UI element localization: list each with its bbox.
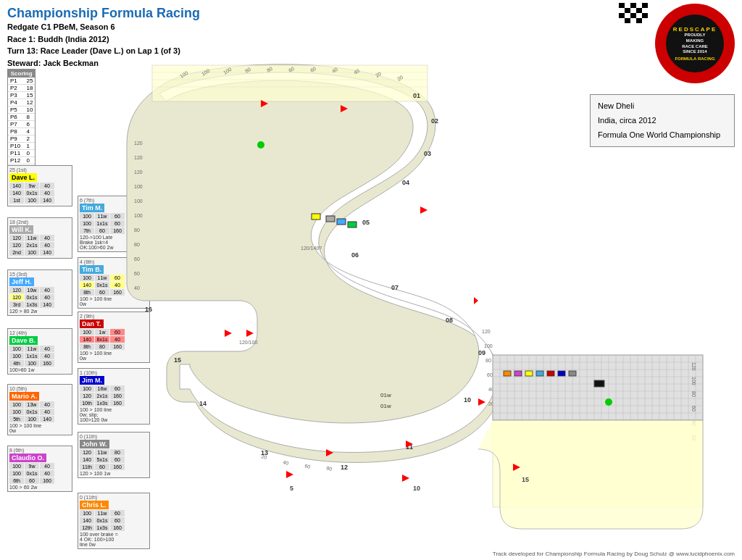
scoring-row: P120: [8, 157, 35, 164]
svg-text:20: 20: [488, 401, 494, 406]
svg-rect-106: [569, 371, 576, 376]
svg-text:100: 100: [484, 343, 493, 348]
svg-text:120: 120: [482, 329, 491, 334]
svg-text:40: 40: [283, 459, 289, 466]
svg-text:80: 80: [485, 358, 491, 363]
scoring-row: P125: [8, 78, 35, 85]
scoring-pos: P1: [8, 78, 24, 85]
scoring-pos: P2: [8, 85, 24, 92]
player-card-will-k: 18 (2nd) Will K. 120 11w 40 120 2x1s 40 …: [7, 217, 72, 259]
svg-rect-107: [594, 380, 604, 387]
logo-tagline: PROUDLYMAKINGRACE CARESINCE 2014: [682, 33, 708, 55]
svg-rect-52: [493, 355, 703, 420]
svg-marker-114: [420, 206, 428, 214]
svg-rect-99: [348, 222, 357, 227]
svg-marker-110: [326, 449, 333, 456]
svg-text:13: 13: [261, 449, 268, 456]
app-title: Championship Formula Racing: [7, 6, 200, 21]
svg-rect-100: [504, 371, 511, 376]
svg-rect-96: [312, 214, 320, 220]
svg-text:08: 08: [446, 317, 453, 324]
scoring-pts: 15: [24, 92, 35, 99]
scoring-pos: P7: [8, 121, 24, 128]
svg-rect-105: [558, 371, 565, 376]
notes-dan-t: 100 > 100 line0w: [80, 351, 148, 361]
svg-text:20: 20: [375, 71, 382, 78]
svg-point-117: [257, 141, 264, 149]
svg-text:11: 11: [406, 443, 413, 451]
scoring-row: P68: [8, 114, 35, 121]
scoring-row: P76: [8, 121, 35, 128]
svg-text:100: 100: [691, 377, 696, 385]
svg-rect-104: [547, 371, 554, 376]
player-name-jim-m: Jim M.: [80, 376, 104, 385]
svg-text:40: 40: [691, 420, 696, 426]
scoring-pos: P9: [8, 135, 24, 143]
logo-name: REDSCAPE: [673, 26, 717, 33]
player-name-john-w: John W.: [80, 440, 109, 448]
scoring-pos: P5: [8, 106, 24, 114]
svg-text:15: 15: [174, 356, 181, 364]
svg-text:120: 120: [134, 155, 143, 160]
player-card-dave-l: 25 (1st) Dave L. 140 9w 40 140 0x1s 40 1…: [7, 165, 72, 206]
notes-mario-a: 100 > 100 line0w: [9, 423, 70, 433]
notes-tim-b: 100 > 100 line0w: [80, 296, 148, 306]
svg-text:120: 120: [691, 362, 696, 371]
svg-text:14: 14: [199, 400, 207, 407]
svg-text:01w: 01w: [380, 392, 391, 398]
svg-marker-113: [474, 297, 478, 304]
svg-text:10: 10: [413, 485, 420, 492]
subtitle-line1: Redgate C1 PBeM, Season 6: [7, 21, 200, 33]
scoring-header: Scoring: [8, 70, 35, 78]
svg-text:09: 09: [478, 349, 485, 356]
scoring-pts: 6: [24, 121, 35, 128]
scoring-row: P510: [8, 106, 35, 114]
svg-text:120: 120: [134, 170, 143, 175]
scoring-pos: P6: [8, 114, 24, 121]
scoring-row: P110: [8, 150, 35, 157]
svg-text:80: 80: [326, 465, 333, 472]
scoring-pos: P11: [8, 150, 24, 157]
svg-rect-97: [326, 216, 335, 222]
svg-text:01: 01: [413, 92, 420, 99]
player-name-dave-l: Dave L.: [9, 173, 37, 182]
scoring-pts: 0: [24, 157, 35, 164]
player-card-mario-a: 10 (5th) Mario A. 100 13w 40 100 0x1s 40…: [7, 384, 72, 435]
svg-text:20: 20: [396, 75, 404, 82]
svg-text:120/100: 120/100: [239, 340, 257, 345]
svg-text:60: 60: [691, 406, 696, 411]
svg-text:07: 07: [391, 284, 399, 291]
scoring-pts: 18: [24, 85, 35, 92]
player-name-chris-l: Chris L.: [80, 501, 109, 509]
notes-claudio-o: 100 > 60 2w: [9, 485, 70, 490]
scoring-pts: 25: [24, 78, 35, 85]
track-info: New Dheli India, circa 2012 Formula One …: [590, 94, 735, 147]
scoring-row: P218: [8, 85, 35, 92]
notes-jeff-h: 120 > 80 2w: [9, 309, 70, 314]
svg-text:120: 120: [134, 141, 143, 146]
svg-text:03: 03: [424, 150, 431, 157]
notes-dave-b: 100>80 1w: [9, 367, 70, 372]
scoring-pos: P3: [8, 92, 24, 99]
track-location: India, circa 2012: [598, 114, 727, 128]
svg-text:60: 60: [304, 463, 311, 469]
scoring-row: P92: [8, 135, 35, 143]
svg-marker-109: [246, 330, 254, 337]
scoring-pts: 12: [24, 99, 35, 106]
scoring-pos: P12: [8, 157, 24, 164]
svg-rect-0: [152, 65, 428, 101]
svg-text:40: 40: [488, 387, 494, 392]
scoring-pos: P8: [8, 128, 24, 135]
svg-text:80: 80: [266, 66, 273, 73]
svg-text:20: 20: [691, 435, 696, 440]
svg-marker-108: [225, 330, 232, 337]
svg-text:02: 02: [431, 117, 438, 125]
player-card-chris-l: 0 (11th) Chris L. 100 11w 60 140 0x1s 60…: [78, 493, 150, 549]
player-name-tim-m: Tim M.: [80, 204, 104, 212]
svg-text:06: 06: [351, 251, 359, 259]
svg-text:01w: 01w: [380, 403, 391, 409]
scoring-pts: 0: [24, 150, 35, 157]
player-card-dave-b: 12 (4th) Dave B. 100 11w 40 100 1x1s 40 …: [7, 328, 72, 375]
scoring-row: P315: [8, 92, 35, 99]
svg-rect-98: [337, 219, 346, 225]
